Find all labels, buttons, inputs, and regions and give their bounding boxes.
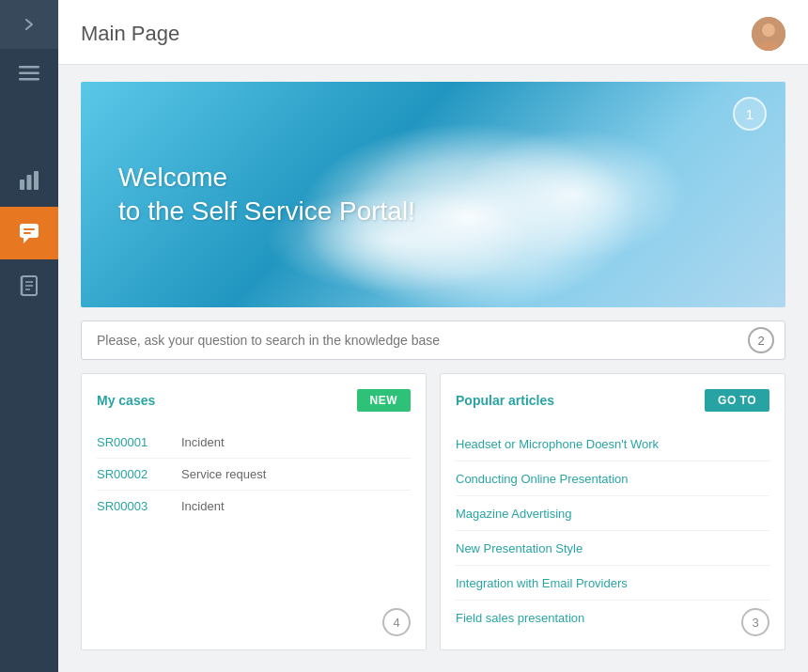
article-link[interactable]: Integration with Email Providers: [456, 576, 628, 590]
avatar-image: [752, 17, 785, 51]
banner-text: Welcome to the Self Service Portal!: [81, 161, 453, 229]
sidebar-expand-button[interactable]: [0, 0, 58, 49]
sidebar: [0, 0, 58, 672]
search-input[interactable]: [81, 320, 785, 360]
table-row: SR00001 Incident: [97, 427, 411, 459]
case-type: Service request: [181, 467, 266, 481]
list-item[interactable]: Integration with Email Providers: [456, 566, 769, 601]
svg-rect-3: [20, 180, 24, 190]
table-row: SR00003 Incident: [97, 491, 411, 522]
svg-point-15: [762, 23, 775, 37]
svg-rect-1: [19, 72, 39, 75]
cards-row: My cases NEW SR00001 Incident SR00002 Se…: [81, 373, 785, 650]
svg-rect-5: [34, 171, 39, 190]
my-cases-header: My cases NEW: [97, 389, 411, 412]
new-case-button[interactable]: NEW: [357, 389, 412, 412]
popular-articles-title: Popular articles: [456, 393, 554, 408]
welcome-banner: Welcome to the Self Service Portal! 1: [81, 82, 785, 307]
article-link[interactable]: Headset or Microphone Doesn't Work: [456, 437, 659, 451]
sidebar-item-chat[interactable]: [0, 207, 58, 259]
my-cases-title: My cases: [97, 393, 155, 408]
article-link[interactable]: Field sales presentation: [456, 611, 584, 625]
main-content: Main Page Welcome to the Self Service Po…: [58, 0, 808, 672]
my-cases-card: My cases NEW SR00001 Incident SR00002 Se…: [81, 373, 427, 650]
sidebar-item-book[interactable]: [0, 259, 58, 312]
list-item[interactable]: Conducting Online Presentation: [456, 461, 769, 496]
popular-articles-card: Popular articles GO TO Headset or Microp…: [440, 373, 785, 650]
search-step-number: 2: [748, 327, 774, 353]
article-link[interactable]: Magazine Advertising: [456, 507, 572, 521]
svg-rect-4: [27, 175, 32, 190]
popular-articles-step-number: 3: [741, 608, 769, 636]
svg-rect-2: [19, 78, 39, 81]
case-id[interactable]: SR00003: [97, 499, 163, 513]
table-row: SR00002 Service request: [97, 459, 411, 491]
svg-rect-6: [20, 224, 39, 238]
search-container: 2: [81, 320, 785, 360]
banner-welcome-text: Welcome to the Self Service Portal!: [118, 161, 415, 229]
article-link[interactable]: New Presentation Style: [456, 541, 583, 555]
goto-button[interactable]: GO TO: [705, 389, 769, 412]
articles-list: Headset or Microphone Doesn't WorkConduc…: [456, 427, 769, 634]
list-item[interactable]: New Presentation Style: [456, 531, 769, 566]
sidebar-item-dashboard[interactable]: [0, 154, 58, 207]
cases-list: SR00001 Incident SR00002 Service request…: [97, 427, 411, 522]
case-type: Incident: [181, 435, 225, 449]
my-cases-step-number: 4: [382, 608, 411, 636]
popular-articles-header: Popular articles GO TO: [456, 389, 769, 412]
sidebar-menu-button[interactable]: [0, 49, 58, 98]
header: Main Page: [58, 0, 808, 65]
sidebar-nav: [0, 98, 58, 672]
article-link[interactable]: Conducting Online Presentation: [456, 472, 629, 486]
list-item[interactable]: Headset or Microphone Doesn't Work: [456, 427, 769, 461]
case-id[interactable]: SR00002: [97, 467, 163, 481]
svg-rect-0: [19, 66, 39, 69]
banner-step-number: 1: [733, 97, 767, 131]
case-id[interactable]: SR00001: [97, 435, 163, 449]
svg-rect-7: [23, 228, 35, 230]
avatar[interactable]: [752, 17, 785, 51]
page-title: Main Page: [81, 22, 179, 46]
body-area: Welcome to the Self Service Portal! 1 2 …: [58, 65, 808, 667]
svg-rect-8: [23, 232, 31, 234]
list-item[interactable]: Field sales presentation: [456, 601, 769, 634]
case-type: Incident: [181, 499, 225, 513]
list-item[interactable]: Magazine Advertising: [456, 496, 769, 531]
